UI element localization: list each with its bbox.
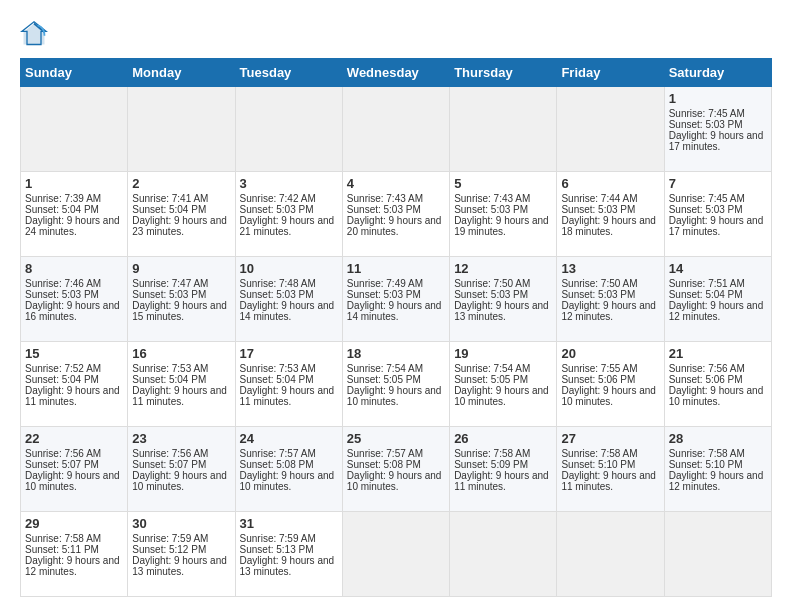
day-number: 19 [454,346,552,361]
daylight-text: Daylight: 9 hours and 10 minutes. [561,385,659,407]
daylight-text: Daylight: 9 hours and 19 minutes. [454,215,552,237]
day-number: 16 [132,346,230,361]
daylight-text: Daylight: 9 hours and 10 minutes. [132,470,230,492]
sunrise-text: Sunrise: 7:54 AM [347,363,445,374]
day-number: 13 [561,261,659,276]
sunset-text: Sunset: 5:10 PM [561,459,659,470]
daylight-text: Daylight: 9 hours and 24 minutes. [25,215,123,237]
sunrise-text: Sunrise: 7:53 AM [132,363,230,374]
calendar-cell [664,512,771,597]
calendar-cell: 1Sunrise: 7:45 AMSunset: 5:03 PMDaylight… [664,87,771,172]
page-header [20,20,772,48]
sunset-text: Sunset: 5:07 PM [132,459,230,470]
calendar-table: SundayMondayTuesdayWednesdayThursdayFrid… [20,58,772,597]
daylight-text: Daylight: 9 hours and 13 minutes. [132,555,230,577]
sunrise-text: Sunrise: 7:41 AM [132,193,230,204]
sunrise-text: Sunrise: 7:59 AM [240,533,338,544]
daylight-text: Daylight: 9 hours and 11 minutes. [25,385,123,407]
day-number: 1 [25,176,123,191]
daylight-text: Daylight: 9 hours and 18 minutes. [561,215,659,237]
day-number: 3 [240,176,338,191]
sunrise-text: Sunrise: 7:43 AM [347,193,445,204]
daylight-text: Daylight: 9 hours and 10 minutes. [347,470,445,492]
sunrise-text: Sunrise: 7:51 AM [669,278,767,289]
sunset-text: Sunset: 5:03 PM [240,289,338,300]
calendar-cell: 21Sunrise: 7:56 AMSunset: 5:06 PMDayligh… [664,342,771,427]
day-number: 10 [240,261,338,276]
calendar-cell: 8Sunrise: 7:46 AMSunset: 5:03 PMDaylight… [21,257,128,342]
day-number: 31 [240,516,338,531]
day-header-monday: Monday [128,59,235,87]
calendar-cell: 3Sunrise: 7:42 AMSunset: 5:03 PMDaylight… [235,172,342,257]
sunset-text: Sunset: 5:05 PM [454,374,552,385]
calendar-week-row: 22Sunrise: 7:56 AMSunset: 5:07 PMDayligh… [21,427,772,512]
sunset-text: Sunset: 5:04 PM [132,204,230,215]
sunset-text: Sunset: 5:03 PM [561,289,659,300]
sunset-text: Sunset: 5:03 PM [240,204,338,215]
calendar-cell: 6Sunrise: 7:44 AMSunset: 5:03 PMDaylight… [557,172,664,257]
calendar-cell: 24Sunrise: 7:57 AMSunset: 5:08 PMDayligh… [235,427,342,512]
day-number: 26 [454,431,552,446]
daylight-text: Daylight: 9 hours and 14 minutes. [240,300,338,322]
calendar-cell [235,87,342,172]
day-number: 15 [25,346,123,361]
calendar-cell: 20Sunrise: 7:55 AMSunset: 5:06 PMDayligh… [557,342,664,427]
day-number: 29 [25,516,123,531]
calendar-cell: 25Sunrise: 7:57 AMSunset: 5:08 PMDayligh… [342,427,449,512]
calendar-cell: 19Sunrise: 7:54 AMSunset: 5:05 PMDayligh… [450,342,557,427]
sunrise-text: Sunrise: 7:49 AM [347,278,445,289]
daylight-text: Daylight: 9 hours and 13 minutes. [240,555,338,577]
sunset-text: Sunset: 5:13 PM [240,544,338,555]
calendar-week-row: 15Sunrise: 7:52 AMSunset: 5:04 PMDayligh… [21,342,772,427]
day-number: 22 [25,431,123,446]
daylight-text: Daylight: 9 hours and 13 minutes. [454,300,552,322]
day-header-saturday: Saturday [664,59,771,87]
calendar-cell: 26Sunrise: 7:58 AMSunset: 5:09 PMDayligh… [450,427,557,512]
sunset-text: Sunset: 5:05 PM [347,374,445,385]
sunrise-text: Sunrise: 7:46 AM [25,278,123,289]
daylight-text: Daylight: 9 hours and 10 minutes. [669,385,767,407]
sunset-text: Sunset: 5:04 PM [25,204,123,215]
day-number: 1 [669,91,767,106]
calendar-cell: 22Sunrise: 7:56 AMSunset: 5:07 PMDayligh… [21,427,128,512]
day-header-wednesday: Wednesday [342,59,449,87]
daylight-text: Daylight: 9 hours and 21 minutes. [240,215,338,237]
daylight-text: Daylight: 9 hours and 23 minutes. [132,215,230,237]
sunrise-text: Sunrise: 7:57 AM [347,448,445,459]
calendar-cell: 5Sunrise: 7:43 AMSunset: 5:03 PMDaylight… [450,172,557,257]
day-number: 11 [347,261,445,276]
day-number: 27 [561,431,659,446]
day-number: 23 [132,431,230,446]
sunrise-text: Sunrise: 7:56 AM [25,448,123,459]
sunset-text: Sunset: 5:03 PM [454,204,552,215]
sunrise-text: Sunrise: 7:57 AM [240,448,338,459]
day-number: 8 [25,261,123,276]
calendar-cell: 30Sunrise: 7:59 AMSunset: 5:12 PMDayligh… [128,512,235,597]
sunrise-text: Sunrise: 7:53 AM [240,363,338,374]
calendar-cell [557,87,664,172]
sunset-text: Sunset: 5:07 PM [25,459,123,470]
sunrise-text: Sunrise: 7:52 AM [25,363,123,374]
sunrise-text: Sunrise: 7:59 AM [132,533,230,544]
daylight-text: Daylight: 9 hours and 10 minutes. [347,385,445,407]
day-number: 25 [347,431,445,446]
sunrise-text: Sunrise: 7:55 AM [561,363,659,374]
sunrise-text: Sunrise: 7:54 AM [454,363,552,374]
calendar-cell [21,87,128,172]
daylight-text: Daylight: 9 hours and 11 minutes. [454,470,552,492]
calendar-cell [557,512,664,597]
sunrise-text: Sunrise: 7:44 AM [561,193,659,204]
calendar-week-row: 1Sunrise: 7:45 AMSunset: 5:03 PMDaylight… [21,87,772,172]
calendar-cell: 1Sunrise: 7:39 AMSunset: 5:04 PMDaylight… [21,172,128,257]
day-number: 14 [669,261,767,276]
sunset-text: Sunset: 5:03 PM [132,289,230,300]
calendar-cell [450,87,557,172]
calendar-cell: 27Sunrise: 7:58 AMSunset: 5:10 PMDayligh… [557,427,664,512]
calendar-cell [342,512,449,597]
sunset-text: Sunset: 5:08 PM [240,459,338,470]
sunset-text: Sunset: 5:04 PM [25,374,123,385]
day-number: 24 [240,431,338,446]
calendar-cell [342,87,449,172]
daylight-text: Daylight: 9 hours and 17 minutes. [669,130,767,152]
day-number: 17 [240,346,338,361]
